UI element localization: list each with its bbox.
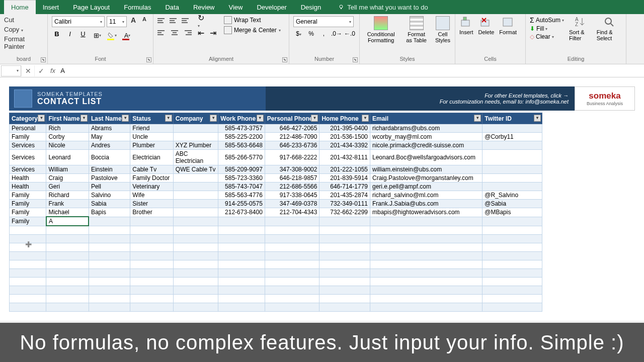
align-top-button[interactable] xyxy=(157,16,168,25)
accounting-button[interactable]: $▾ xyxy=(293,30,304,40)
insert-button[interactable]: Insert xyxy=(459,16,473,35)
table-row[interactable] xyxy=(10,260,542,268)
enter-formula-button[interactable]: ✓ xyxy=(34,65,47,76)
percent-button[interactable]: % xyxy=(306,30,316,40)
header-twitter-id[interactable]: Twitter ID▼ xyxy=(482,113,542,124)
font-name-select[interactable]: Calibri▾ xyxy=(52,16,105,27)
font-color-button[interactable]: A▾ xyxy=(121,30,133,40)
fx-icon[interactable]: fx xyxy=(50,67,55,74)
font-size-select[interactable]: 11▾ xyxy=(107,16,127,27)
filter-arrow[interactable]: ▼ xyxy=(122,115,129,122)
table-row[interactable]: PersonalRichAbramsFriend585-473-3757646-… xyxy=(10,124,542,133)
clipboard-launcher[interactable]: ⬊ xyxy=(41,57,46,62)
header-personal-phone[interactable]: Personal Phone▼ xyxy=(265,113,319,124)
table-row[interactable] xyxy=(10,303,542,311)
banner-link[interactable]: For other Excel templates, click → xyxy=(485,93,569,99)
cancel-formula-button[interactable]: ✕ xyxy=(21,65,34,76)
table-row[interactable]: HealthGeriPellVeterinary585-743-7047212-… xyxy=(10,183,542,191)
tab-review[interactable]: Review xyxy=(186,1,222,14)
header-category[interactable]: Category▼ xyxy=(10,113,46,124)
grow-font-button[interactable]: A xyxy=(129,16,138,27)
header-company[interactable]: Company▼ xyxy=(173,113,218,124)
filter-arrow[interactable]: ▼ xyxy=(165,115,172,122)
table-row[interactable]: FamilyRichardSalvinoWife585-563-4776917-… xyxy=(10,191,542,200)
indent-decrease-button[interactable]: ⇤ xyxy=(198,28,208,37)
cut-button[interactable]: Cut xyxy=(4,16,43,24)
sort-filter-button[interactable]: AZSort & Filter xyxy=(569,16,592,41)
align-center-button[interactable] xyxy=(170,28,180,37)
table-row[interactable] xyxy=(10,286,542,294)
tab-data[interactable]: Data xyxy=(158,1,186,14)
table-row[interactable] xyxy=(10,268,542,277)
italic-button[interactable]: I xyxy=(65,30,75,40)
wrap-text-button[interactable]: Wrap Text xyxy=(224,16,281,24)
tab-view[interactable]: View xyxy=(222,1,250,14)
fill-button[interactable]: ⬇ Fill ▾ xyxy=(530,25,564,32)
filter-arrow[interactable]: ▼ xyxy=(534,115,541,122)
tab-page-layout[interactable]: Page Layout xyxy=(66,1,117,14)
alignment-launcher[interactable]: ⬊ xyxy=(282,57,287,62)
table-row[interactable] xyxy=(10,251,542,260)
number-format-select[interactable]: General▾ xyxy=(293,16,354,27)
increase-decimal-button[interactable]: .0→ xyxy=(331,30,342,40)
filter-arrow[interactable]: ▼ xyxy=(257,115,264,122)
fill-color-button[interactable]: ▾ xyxy=(106,30,118,40)
bold-button[interactable]: B xyxy=(52,30,62,40)
cell-styles-button[interactable]: Cell Styles xyxy=(435,16,451,43)
filter-arrow[interactable]: ▼ xyxy=(38,115,45,122)
filter-arrow[interactable]: ▼ xyxy=(311,115,318,122)
table-row[interactable] xyxy=(10,277,542,286)
filter-arrow[interactable]: ▼ xyxy=(210,115,217,122)
font-launcher[interactable]: ⬊ xyxy=(146,57,151,62)
indent-increase-button[interactable]: ⇥ xyxy=(210,28,220,37)
filter-arrow[interactable]: ▼ xyxy=(474,115,481,122)
format-as-table-button[interactable]: Format as Table xyxy=(404,16,429,43)
header-home-phone[interactable]: Home Phone▼ xyxy=(319,113,370,124)
formula-input[interactable] xyxy=(58,65,644,76)
contact-table[interactable]: Category▼First Name▼Last Name▼Status▼Com… xyxy=(9,113,542,312)
header-last-name[interactable]: Last Name▼ xyxy=(89,113,130,124)
table-row[interactable]: FamilyCorbyMayUncle585-225-2200212-486-7… xyxy=(10,133,542,141)
align-left-button[interactable] xyxy=(157,28,168,37)
table-row[interactable]: ServicesLeonardBocciaElectricianABC Elec… xyxy=(10,150,542,165)
align-middle-button[interactable] xyxy=(170,16,180,25)
conditional-formatting-button[interactable]: Conditional Formatting xyxy=(364,16,398,43)
underline-button[interactable]: U xyxy=(78,30,88,40)
tab-formulas[interactable]: Formulas xyxy=(117,1,158,14)
name-box[interactable]: ▾ xyxy=(1,65,21,76)
number-launcher[interactable]: ⬊ xyxy=(353,57,358,62)
format-button[interactable]: Format xyxy=(499,16,517,35)
filter-arrow[interactable]: ▼ xyxy=(362,115,369,122)
decrease-decimal-button[interactable]: ←.0 xyxy=(344,30,355,40)
table-row[interactable]: ServicesWilliamEinsteinCable TvQWE Cable… xyxy=(10,165,542,174)
table-row[interactable] xyxy=(10,234,542,243)
orientation-button[interactable]: ↻▾ xyxy=(198,16,208,25)
shrink-font-button[interactable]: A xyxy=(140,16,149,27)
comma-button[interactable]: , xyxy=(318,30,329,40)
align-right-button[interactable] xyxy=(182,28,192,37)
table-row[interactable]: HealthCraigPastoloveFamily Doctor585-723… xyxy=(10,174,542,183)
tab-home[interactable]: Home xyxy=(4,0,36,14)
table-row[interactable]: FamilyFrankSabiaSister914-255-0575347-46… xyxy=(10,200,542,208)
header-email[interactable]: Email▼ xyxy=(370,113,482,124)
align-bottom-button[interactable] xyxy=(182,16,192,25)
table-row[interactable] xyxy=(10,243,542,251)
tab-developer[interactable]: Developer xyxy=(250,1,293,14)
copy-button[interactable]: Copy ▾ xyxy=(4,26,43,33)
filter-arrow[interactable]: ▼ xyxy=(80,115,88,122)
header-status[interactable]: Status▼ xyxy=(130,113,173,124)
delete-button[interactable]: Delete xyxy=(478,16,495,35)
table-row[interactable] xyxy=(10,294,542,303)
find-select-button[interactable]: Find & Select xyxy=(597,16,622,41)
table-row[interactable]: FamilyMichaelBapisBrother212-673-8400212… xyxy=(10,208,542,217)
format-painter-button[interactable]: Format Painter xyxy=(4,35,43,50)
merge-center-button[interactable]: Merge & Center ▾ xyxy=(224,26,281,34)
tell-me-search[interactable]: Tell me what you want to do xyxy=(338,4,428,11)
table-row[interactable]: ServicesNicoleAndresPlumberXYZ Plumber58… xyxy=(10,141,542,150)
tab-design[interactable]: Design xyxy=(294,1,328,14)
table-row-editing[interactable]: FamilyA xyxy=(10,217,542,226)
tab-insert[interactable]: Insert xyxy=(36,1,66,14)
clear-button[interactable]: ◇ Clear ▾ xyxy=(530,33,564,40)
borders-button[interactable]: ⊞▾ xyxy=(91,30,103,40)
autosum-button[interactable]: Σ AutoSum ▾ xyxy=(530,16,564,24)
